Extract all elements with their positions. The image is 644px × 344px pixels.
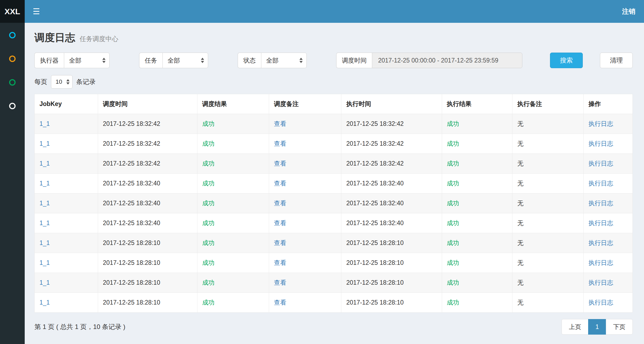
pagination-next-button[interactable]: 下页 [606,319,633,335]
table-row: 1_12017-12-25 18:28:10成功查看2017-12-25 18:… [35,253,633,273]
executor-select[interactable]: 全部 [64,53,110,68]
select-arrows-icon [66,79,70,85]
sidebar-item-executor-manage[interactable] [0,94,25,118]
jobkey-link[interactable]: 1_1 [39,239,50,246]
page-size-select[interactable]: 10 [51,75,73,89]
trigger-msg-link[interactable]: 查看 [274,120,286,127]
execution-log-link[interactable]: 执行日志 [588,239,613,246]
handle-msg-cell: 无 [512,293,584,313]
execution-log-link[interactable]: 执行日志 [588,259,613,266]
time-label: 调度时间 [336,53,372,68]
handle-time-cell: 2017-12-25 18:32:42 [341,154,442,174]
clear-button[interactable]: 清理 [600,53,633,68]
jobkey-link[interactable]: 1_1 [39,259,50,266]
jobkey-link[interactable]: 1_1 [39,160,50,167]
handle-result-cell: 成功 [442,134,512,154]
page-header: 调度日志 任务调度中心 [34,31,633,45]
status-select[interactable]: 全部 [261,53,307,68]
handle-result-cell: 成功 [442,213,512,233]
execution-log-link[interactable]: 执行日志 [588,279,613,286]
circle-icon [9,103,16,109]
handle-msg-cell: 无 [512,134,584,154]
execution-log-link-cell: 执行日志 [584,134,633,154]
trigger-msg-link[interactable]: 查看 [274,180,286,187]
trigger-time-cell: 2017-12-25 18:28:10 [98,273,197,293]
execution-log-link[interactable]: 执行日志 [588,180,613,187]
table-header-row: JobKey调度时间调度结果调度备注执行时间执行结果执行备注操作 [35,94,633,114]
trigger-result-cell: 成功 [197,293,269,313]
table-row: 1_12017-12-25 18:32:40成功查看2017-12-25 18:… [35,174,633,193]
handle-time-cell: 2017-12-25 18:32:42 [341,134,442,154]
trigger-msg-link[interactable]: 查看 [274,200,286,207]
handle-msg-cell: 无 [512,233,584,253]
page-size-row: 每页 10 条记录 [34,75,633,89]
trigger-msg-link-cell: 查看 [269,233,341,253]
handle-time-cell: 2017-12-25 18:28:10 [341,293,442,313]
execution-log-link[interactable]: 执行日志 [588,140,613,147]
table-row: 1_12017-12-25 18:32:40成功查看2017-12-25 18:… [35,193,633,213]
time-range-input[interactable]: 2017-12-25 00:00:00 - 2017-12-25 23:59:5… [372,53,522,68]
trigger-msg-link-cell: 查看 [269,154,341,174]
trigger-msg-link[interactable]: 查看 [274,259,286,266]
trigger-msg-link[interactable]: 查看 [274,160,286,167]
execution-log-link[interactable]: 执行日志 [588,299,613,306]
handle-msg-cell: 无 [512,273,584,293]
pagination-page-1-button[interactable]: 1 [588,319,606,335]
pagination-prev-button[interactable]: 上页 [562,319,588,335]
handle-msg-cell: 无 [512,193,584,213]
execution-log-link[interactable]: 执行日志 [588,219,613,226]
jobkey-link[interactable]: 1_1 [39,200,50,207]
handle-result-cell: 成功 [442,174,512,193]
select-arrows-icon [102,58,106,63]
handle-msg-cell: 无 [512,114,584,134]
sidebar [0,23,25,344]
column-header-1: JobKey [35,94,98,114]
trigger-time-cell: 2017-12-25 18:32:40 [98,213,197,233]
execution-log-link-cell: 执行日志 [584,253,633,273]
handle-time-cell: 2017-12-25 18:28:10 [341,273,442,293]
jobkey-link[interactable]: 1_1 [39,180,50,187]
page-size-value: 10 [56,78,62,85]
circle-icon [9,56,16,62]
jobkey-link[interactable]: 1_1 [39,219,50,226]
jobkey-link-cell: 1_1 [35,233,98,253]
handle-msg-cell: 无 [512,174,584,193]
trigger-msg-link[interactable]: 查看 [274,279,286,286]
column-header-6: 执行结果 [442,94,512,114]
jobkey-link[interactable]: 1_1 [39,140,50,147]
jobkey-link-cell: 1_1 [35,213,98,233]
sidebar-item-job-log[interactable] [0,71,25,94]
execution-log-link-cell: 执行日志 [584,213,633,233]
execution-log-link-cell: 执行日志 [584,174,633,193]
column-header-2: 调度时间 [98,94,197,114]
page-size-prefix: 每页 [34,78,47,86]
execution-log-link-cell: 执行日志 [584,273,633,293]
sidebar-item-job-manage[interactable] [0,47,25,71]
jobkey-link-cell: 1_1 [35,293,98,313]
sidebar-item-dashboard[interactable] [0,23,25,47]
search-button[interactable]: 搜索 [550,53,583,68]
trigger-msg-link[interactable]: 查看 [274,239,286,246]
log-table: JobKey调度时间调度结果调度备注执行时间执行结果执行备注操作 1_12017… [34,94,633,313]
execution-log-link[interactable]: 执行日志 [588,120,613,127]
jobkey-link[interactable]: 1_1 [39,279,50,286]
trigger-msg-link-cell: 查看 [269,114,341,134]
app-logo[interactable]: XXL [0,0,25,23]
execution-log-link[interactable]: 执行日志 [588,160,613,167]
trigger-msg-link[interactable]: 查看 [274,299,286,306]
jobkey-link[interactable]: 1_1 [39,120,50,127]
jobkey-link[interactable]: 1_1 [39,299,50,306]
logout-link[interactable]: 注销 [622,7,635,16]
pagination: 上页 1 下页 [562,319,633,335]
execution-log-link[interactable]: 执行日志 [588,200,613,207]
column-header-4: 调度备注 [269,94,341,114]
handle-time-cell: 2017-12-25 18:32:40 [341,213,442,233]
handle-result-cell: 成功 [442,114,512,134]
trigger-msg-link[interactable]: 查看 [274,219,286,226]
sidebar-toggle-icon[interactable]: ☰ [33,8,40,16]
trigger-msg-link-cell: 查看 [269,273,341,293]
trigger-msg-link[interactable]: 查看 [274,140,286,147]
job-select[interactable]: 全部 [162,53,208,68]
table-row: 1_12017-12-25 18:28:10成功查看2017-12-25 18:… [35,293,633,313]
handle-time-cell: 2017-12-25 18:28:10 [341,253,442,273]
